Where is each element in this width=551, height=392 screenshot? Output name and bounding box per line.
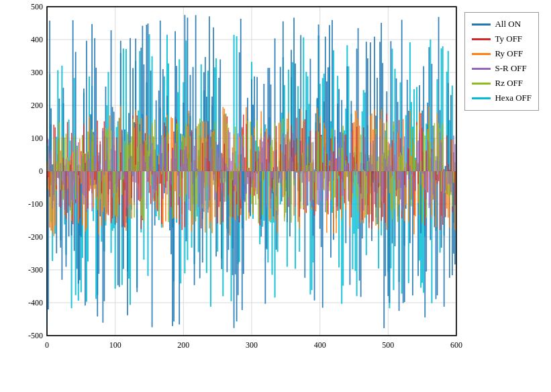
legend-item-sr-off: S-R OFF xyxy=(472,61,532,76)
legend-color-hexa-off xyxy=(472,97,491,99)
legend-color-rz-off xyxy=(472,83,491,85)
chart-container: All ON Ty OFF Ry OFF S-R OFF Rz OFF Hexa… xyxy=(0,0,551,392)
legend-label-ty-off: Ty OFF xyxy=(495,32,522,46)
legend-item-ry-off: Ry OFF xyxy=(472,46,532,61)
legend-label-ry-off: Ry OFF xyxy=(495,46,523,61)
legend-color-sr-off xyxy=(472,68,491,70)
legend-label-rz-off: Rz OFF xyxy=(495,76,523,91)
legend-item-all-on: All ON xyxy=(472,17,532,32)
legend-label-hexa-off: Hexa OFF xyxy=(495,91,532,105)
legend-color-ty-off xyxy=(472,38,491,40)
legend-item-rz-off: Rz OFF xyxy=(472,76,532,91)
legend-item-ty-off: Ty OFF xyxy=(472,32,532,46)
legend-label-sr-off: S-R OFF xyxy=(495,61,526,76)
legend-item-hexa-off: Hexa OFF xyxy=(472,91,532,105)
legend-color-all-on xyxy=(472,23,491,26)
legend-color-ry-off xyxy=(472,53,491,55)
chart-legend: All ON Ty OFF Ry OFF S-R OFF Rz OFF Hexa… xyxy=(464,12,539,111)
legend-label-all-on: All ON xyxy=(495,17,521,32)
